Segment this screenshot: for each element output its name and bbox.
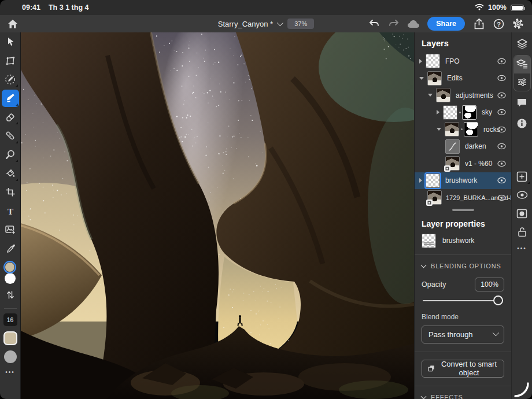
- brush-tool[interactable]: [2, 90, 19, 107]
- chevron-down-icon[interactable]: [428, 94, 433, 97]
- opacity-label: Opacity: [422, 280, 446, 289]
- tool-options-indicator: [16, 122, 18, 124]
- blend-mode-label: Blend mode: [422, 313, 504, 321]
- visibility-eye-icon[interactable]: [497, 109, 506, 116]
- background-color-swatch[interactable]: [5, 273, 16, 284]
- tool-rail: T 16 •••: [0, 32, 21, 399]
- layer-thumbnail: [443, 105, 457, 120]
- visibility-eye-icon[interactable]: [497, 160, 506, 167]
- visibility-eye-icon[interactable]: [497, 58, 506, 64]
- convert-to-smart-object-button[interactable]: Convert to smart object: [422, 360, 504, 378]
- document-title-menu[interactable]: Starry_Canyon *: [218, 20, 282, 28]
- layer-mask-thumbnail: [464, 122, 478, 136]
- fill-bucket-tool[interactable]: [2, 165, 19, 182]
- battery-percent: 100%: [488, 3, 507, 12]
- blending-options-section-toggle[interactable]: BLENDING OPTIONS: [422, 255, 504, 272]
- document-title: Starry_Canyon *: [218, 20, 273, 28]
- foreground-color-swatch[interactable]: [3, 261, 16, 274]
- zoom-level-badge[interactable]: 37%: [287, 19, 314, 29]
- corner-gesture-indicator[interactable]: [513, 381, 530, 398]
- adjustments-panel-icon[interactable]: [514, 73, 530, 91]
- more-options-ellipsis[interactable]: •••: [517, 245, 527, 252]
- tool-options-indicator: [16, 84, 18, 87]
- button-label: Convert to smart object: [440, 360, 498, 377]
- layer-row-background-image[interactable]: 1729_BURKA...anced-NR33: [415, 189, 511, 206]
- battery-icon: [511, 5, 524, 11]
- visibility-eye-icon[interactable]: [497, 178, 506, 184]
- svg-text:T: T: [7, 206, 13, 216]
- healing-brush-tool[interactable]: [2, 127, 19, 145]
- visibility-eye-icon[interactable]: [497, 194, 506, 201]
- type-tool[interactable]: T: [2, 202, 19, 220]
- brush-color-swatch[interactable]: [3, 331, 17, 345]
- mask-link-dot: [459, 112, 461, 113]
- layer-row-adjustments[interactable]: adjustments: [415, 87, 511, 104]
- layer-thumbnail: [427, 71, 442, 86]
- visibility-eye-icon[interactable]: [497, 126, 506, 132]
- chevron-right-icon[interactable]: [419, 178, 422, 183]
- add-layer-icon[interactable]: [513, 168, 531, 185]
- layers-view-icon[interactable]: [513, 35, 531, 53]
- canyon-night-photo: [21, 32, 414, 399]
- chevron-right-icon[interactable]: [419, 59, 422, 64]
- opacity-value-field[interactable]: 100%: [475, 278, 504, 291]
- group-indicator: [424, 242, 434, 246]
- info-icon[interactable]: [513, 114, 531, 132]
- tool-options-indicator: [16, 141, 18, 143]
- tool-options-indicator: [16, 179, 18, 181]
- move-tool[interactable]: [2, 33, 19, 50]
- layer-visibility-icon[interactable]: [513, 186, 531, 204]
- tool-options-indicator: [527, 182, 530, 184]
- layer-row-sky[interactable]: sky: [415, 104, 511, 121]
- layer-mask-icon[interactable]: [513, 205, 531, 222]
- crop-tool[interactable]: [2, 183, 19, 201]
- layer-properties-panel-icon[interactable]: [514, 56, 530, 73]
- blend-mode-dropdown[interactable]: Pass through: [422, 326, 504, 343]
- eraser-tool[interactable]: [2, 108, 19, 125]
- chevron-down-icon[interactable]: [437, 128, 441, 131]
- layer-thumbnail: [436, 88, 450, 102]
- document-canvas[interactable]: [21, 32, 414, 399]
- select-brush-tool[interactable]: [2, 71, 19, 88]
- help-button[interactable]: ?: [490, 16, 507, 31]
- zoom-loupe-tool[interactable]: [2, 146, 19, 163]
- undo-button[interactable]: [366, 16, 382, 31]
- visibility-eye-icon[interactable]: [497, 75, 506, 82]
- layer-row-edits[interactable]: Edits: [415, 70, 511, 87]
- transform-tool[interactable]: [2, 52, 19, 69]
- layer-row-brushwork[interactable]: brushwork: [415, 172, 511, 190]
- place-image-tool[interactable]: [2, 221, 19, 238]
- brush-opacity-swatch[interactable]: [4, 350, 17, 363]
- color-swatches[interactable]: [2, 260, 19, 286]
- layer-row-v1[interactable]: v1 - %60: [415, 155, 511, 172]
- layer-row-rocks[interactable]: rocks: [415, 121, 511, 138]
- slider-knob[interactable]: [493, 295, 503, 305]
- section-label: EFFECTS: [431, 394, 463, 399]
- settings-gear-icon[interactable]: [510, 16, 526, 31]
- redo-button[interactable]: [386, 16, 402, 31]
- slider-track: [423, 300, 503, 301]
- chevron-right-icon[interactable]: [437, 110, 439, 114]
- brush-size-badge[interactable]: 16: [3, 313, 17, 326]
- selected-layer-summary: brushwork: [422, 234, 504, 254]
- lock-layer-icon[interactable]: [513, 223, 531, 241]
- comments-icon[interactable]: [513, 94, 531, 111]
- opacity-slider[interactable]: [423, 293, 503, 308]
- swap-colors-button[interactable]: [2, 288, 19, 302]
- effects-section-toggle[interactable]: EFFECTS: [422, 386, 504, 399]
- panel-resize-handle[interactable]: [415, 206, 511, 213]
- status-bar: 09:41 Th 3 1 thg 4 100%: [0, 0, 532, 15]
- visibility-eye-icon[interactable]: [497, 92, 506, 98]
- chevron-down-icon[interactable]: [419, 77, 424, 80]
- share-button[interactable]: Share: [427, 17, 465, 31]
- home-button[interactable]: [5, 16, 21, 31]
- layer-row-fpo[interactable]: FPO: [415, 53, 511, 70]
- adjustment-curves-thumbnail: [445, 139, 460, 154]
- export-icon[interactable]: [471, 16, 487, 31]
- more-tools-ellipsis[interactable]: •••: [5, 369, 15, 375]
- eyedropper-tool[interactable]: [2, 240, 19, 257]
- panel-toggle-group: [513, 55, 531, 91]
- visibility-eye-icon[interactable]: [497, 143, 506, 150]
- layer-row-darken[interactable]: darken: [415, 138, 511, 156]
- cloud-sync-icon[interactable]: [405, 16, 422, 31]
